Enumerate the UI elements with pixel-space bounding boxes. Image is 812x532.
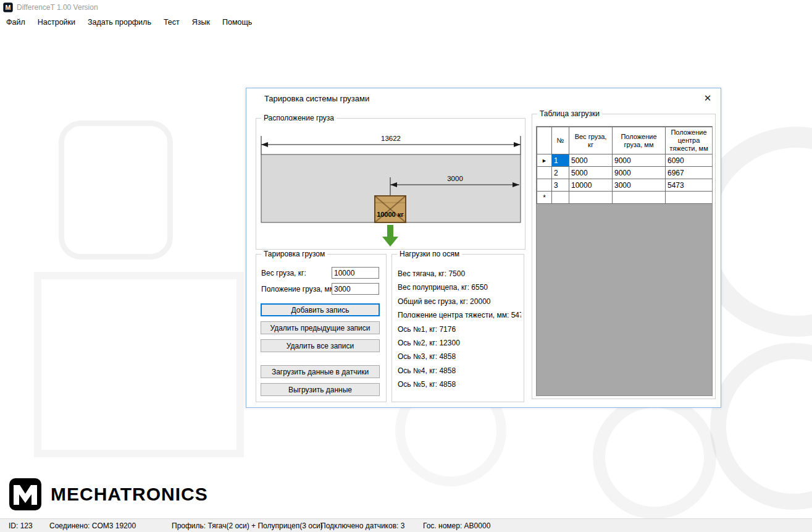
grid-cell-position[interactable]: 3000 — [613, 179, 666, 192]
crate-weight-label: 10000 кг — [377, 211, 404, 218]
row-selector[interactable] — [537, 167, 552, 179]
grid-cell-empty[interactable] — [613, 192, 666, 204]
grid-col-position[interactable]: Положение груза, мм — [613, 127, 666, 154]
dialog-title: Тарировка системы грузами — [264, 94, 369, 103]
status-bar: ID: 123 Соединено: COM3 19200 Профиль: Т… — [0, 518, 812, 532]
grid-cell-cg[interactable]: 6967 — [666, 167, 713, 179]
grid-cell-weight[interactable]: 5000 — [569, 154, 613, 167]
mechatronics-logo-text: MECHATRONICS — [51, 484, 208, 505]
axle-5-load-text: Ось №5, кг: 4858 — [398, 380, 521, 394]
row-selector-current[interactable]: ► — [537, 154, 552, 167]
dim-total-arrow-left — [261, 142, 268, 147]
grid-col-weight[interactable]: Вес груза, кг — [569, 127, 613, 154]
tractor-weight-text: Вес тягача, кг: 7500 — [398, 269, 521, 283]
unload-data-button[interactable]: Выгрузить данные — [261, 383, 380, 396]
mechatronics-logo: MECHATRONICS — [9, 477, 208, 512]
load-placement-diagram: 13622 3000 10000 кг — [256, 119, 526, 249]
status-plate-number: Гос. номер: AB0000 — [423, 521, 490, 530]
group-axle-loads-title: Нагрузки по осям — [397, 250, 462, 258]
svg-text:M: M — [6, 4, 11, 11]
app-logo-icon: M — [3, 2, 13, 12]
group-loading-table-title: Таблица загрузки — [537, 109, 602, 118]
row-selector-new[interactable]: * — [537, 192, 552, 204]
position-input[interactable] — [332, 283, 379, 295]
grid-cell-num[interactable]: 3 — [552, 179, 569, 192]
grid-header-row: № Вес груза, кг Положение груза, мм Поло… — [537, 127, 713, 154]
dim-total-arrow-right — [514, 142, 521, 147]
bg-frame — [34, 272, 244, 457]
cg-position-text: Положение центра тяжести, мм: 5473 — [398, 311, 521, 324]
app-window: M DifferenceT 1.00 Version Файл Настройк… — [0, 0, 812, 532]
status-sensors: Подключено датчиков: 3 — [320, 521, 404, 530]
mechatronics-logo-icon — [9, 478, 42, 511]
grid-col-number[interactable]: № — [552, 127, 569, 154]
row-selector[interactable] — [537, 179, 552, 192]
menu-settings[interactable]: Настройки — [31, 16, 82, 28]
menu-set-profile[interactable]: Задать прорфиль — [82, 16, 157, 28]
grid-cell-cg[interactable]: 6090 — [666, 154, 713, 167]
delete-all-records-button[interactable]: Удалить все записи — [261, 339, 380, 352]
axle-3-load-text: Ось №3, кг: 4858 — [398, 352, 521, 366]
grid-cell-empty[interactable] — [569, 192, 613, 204]
weight-label: Вес груза, кг: — [261, 269, 306, 277]
table-row: 2 5000 9000 6967 — [537, 167, 713, 179]
grid-cell-position[interactable]: 9000 — [613, 154, 666, 167]
menu-file[interactable]: Файл — [0, 16, 31, 28]
grid-cell-weight[interactable]: 5000 — [569, 167, 613, 179]
table-new-row: * — [537, 192, 713, 204]
grid-cell-cg[interactable]: 5473 — [666, 179, 713, 192]
status-id: ID: 123 — [9, 521, 33, 530]
grid-cell-position[interactable]: 9000 — [613, 167, 666, 179]
bg-brake-drum-2 — [710, 343, 812, 510]
dim-total-label: 13622 — [381, 135, 401, 142]
group-taring-title: Тарировка грузом — [261, 250, 327, 258]
grid-cell-weight[interactable]: 10000 — [569, 179, 613, 192]
position-label: Положение груза, мм: — [261, 285, 337, 293]
group-loading-table: Таблица загрузки № Вес груза, кг Положен… — [532, 114, 716, 399]
add-record-button[interactable]: Добавить запись — [261, 303, 380, 316]
table-row: ► 1 5000 9000 6090 — [537, 154, 713, 167]
group-load-placement: Расположение груза 13622 3000 — [256, 118, 525, 250]
close-icon[interactable]: ✕ — [701, 92, 714, 104]
status-profile: Профиль: Тягач(2 оси) + Полуприцеп(3 оси… — [172, 521, 323, 530]
axle-loads-list: Вес тягача, кг: 7500 Вес полуприцепа, кг… — [398, 269, 521, 394]
grid-cell-num[interactable]: 1 — [552, 154, 569, 167]
axle-4-load-text: Ось №4, кг: 4858 — [398, 366, 521, 380]
taring-dialog: Тарировка системы грузами ✕ Расположение… — [246, 88, 721, 408]
weight-input[interactable] — [332, 267, 379, 279]
menu-help[interactable]: Помощь — [216, 16, 258, 28]
grid-col-cg[interactable]: Положение центра тяжести, мм — [666, 127, 713, 154]
axle-1-load-text: Ось №1, кг: 7176 — [398, 325, 521, 339]
dim-pos-label: 3000 — [447, 175, 463, 182]
axle-2-load-text: Ось №2, кг: 12300 — [398, 339, 521, 352]
group-axle-loads: Нагрузки по осям Вес тягача, кг: 7500 Ве… — [391, 254, 524, 402]
menu-language[interactable]: Язык — [186, 16, 216, 28]
menu-test[interactable]: Тест — [157, 16, 186, 28]
loading-data-grid[interactable]: № Вес груза, кг Положение груза, мм Поло… — [536, 126, 713, 396]
total-load-weight-text: Общий вес груза, кг: 20000 — [398, 297, 521, 311]
table-row: 3 10000 3000 5473 — [537, 179, 713, 192]
title-bar: M DifferenceT 1.00 Version — [0, 0, 812, 15]
crate-icon — [375, 196, 406, 222]
load-direction-arrow-icon — [382, 225, 398, 247]
grid-cell-num[interactable]: 2 — [552, 167, 569, 179]
bg-air-tank — [59, 120, 173, 260]
group-taring: Тарировка грузом Вес груза, кг: Положени… — [256, 254, 387, 402]
grid-corner-header[interactable] — [537, 127, 552, 154]
load-data-to-sensors-button[interactable]: Загрузить данные в датчики — [261, 365, 380, 378]
grid-cell-empty[interactable] — [666, 192, 713, 204]
menu-bar: Файл Настройки Задать прорфиль Тест Язык… — [0, 15, 812, 29]
grid-cell-empty[interactable] — [552, 192, 569, 204]
window-title: DifferenceT 1.00 Version — [17, 3, 98, 12]
delete-previous-records-button[interactable]: Удалить предыдущие записи — [261, 321, 380, 334]
status-connection: Соединено: COM3 19200 — [49, 521, 136, 530]
semitrailer-weight-text: Вес полуприцепа, кг: 6550 — [398, 283, 521, 297]
bg-wheel-hub-1 — [593, 395, 716, 519]
